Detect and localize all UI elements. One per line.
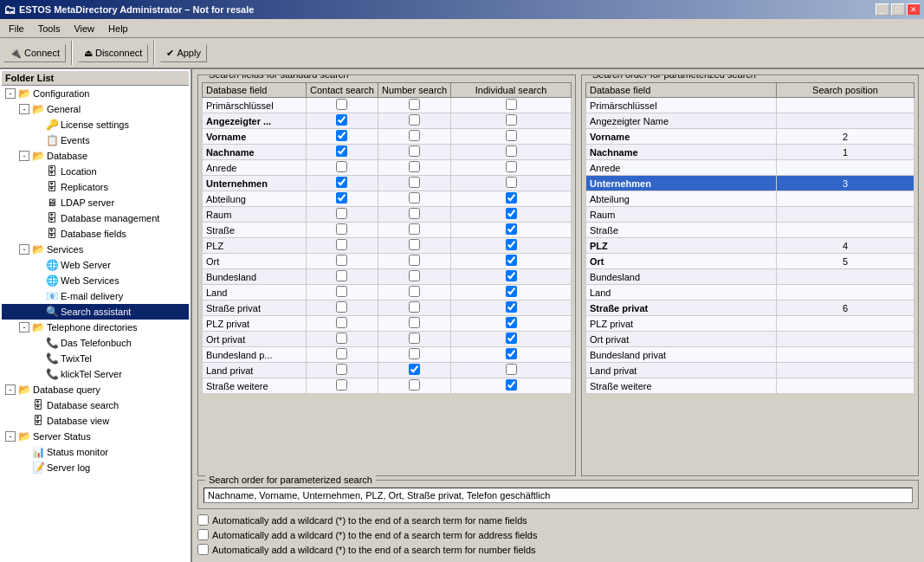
field-checkbox[interactable] — [336, 192, 347, 203]
field-checkbox[interactable] — [506, 223, 517, 235]
field-checkbox[interactable] — [336, 348, 347, 359]
search-order-row[interactable]: Ort privat — [586, 332, 914, 347]
search-order-row[interactable]: Land — [586, 285, 914, 300]
field-checkbox[interactable] — [506, 333, 517, 344]
search-order-row[interactable]: Straße privat6 — [586, 300, 914, 316]
tree-item-dbfields[interactable]: 🗄Database fields — [2, 226, 189, 242]
search-order-row[interactable]: Nachname1 — [586, 145, 914, 160]
field-checkbox[interactable] — [409, 348, 420, 359]
field-checkbox[interactable] — [409, 177, 420, 188]
menu-file[interactable]: File — [2, 22, 31, 36]
tree-expand-dbquery[interactable]: - — [5, 384, 16, 395]
search-field-row[interactable]: Straße weitere — [203, 378, 572, 394]
search-field-row[interactable]: Straße privat — [203, 300, 572, 316]
wildcard-checkbox-cb1[interactable] — [197, 514, 209, 526]
search-order-row[interactable]: Primärschlüssel — [586, 98, 914, 113]
field-checkbox[interactable] — [336, 301, 347, 313]
search-field-row[interactable]: Abteilung — [203, 191, 572, 207]
window-controls[interactable]: _ □ ✕ — [876, 3, 921, 16]
field-checkbox[interactable] — [506, 379, 517, 391]
search-order-row[interactable]: PLZ4 — [586, 238, 914, 254]
disconnect-button[interactable]: ⏏ Disconnect — [78, 44, 148, 62]
field-checkbox[interactable] — [506, 208, 517, 219]
menu-view[interactable]: View — [67, 22, 101, 36]
tree-item-events[interactable]: 📋Events — [2, 132, 189, 148]
field-checkbox[interactable] — [409, 208, 420, 219]
minimize-button[interactable]: _ — [876, 3, 889, 16]
tree-item-serverstatus[interactable]: -📂Server Status — [2, 429, 189, 444]
field-checkbox[interactable] — [409, 114, 420, 126]
field-checkbox[interactable] — [409, 192, 420, 203]
field-checkbox[interactable] — [409, 145, 420, 157]
tree-item-location[interactable]: 🗄Location — [2, 164, 189, 179]
search-order-row[interactable]: Bundesland privat — [586, 347, 914, 363]
search-field-row[interactable]: PLZ privat — [203, 316, 572, 332]
field-checkbox[interactable] — [506, 348, 517, 359]
search-order-row[interactable]: PLZ privat — [586, 316, 914, 332]
field-checkbox[interactable] — [506, 177, 517, 188]
search-order-row[interactable]: Angezeigter Name — [586, 113, 914, 129]
search-field-row[interactable]: Ort — [203, 254, 572, 269]
tree-expand-database[interactable]: - — [19, 151, 29, 161]
field-checkbox[interactable] — [336, 145, 347, 157]
field-checkbox[interactable] — [506, 192, 517, 203]
tree-item-database[interactable]: -📂Database — [2, 148, 189, 164]
tree-expand-configuration[interactable]: - — [5, 88, 16, 99]
search-order-row[interactable]: Anrede — [586, 160, 914, 176]
menu-tools[interactable]: Tools — [31, 22, 68, 36]
field-checkbox[interactable] — [506, 270, 517, 281]
field-checkbox[interactable] — [336, 286, 347, 297]
tree-item-email[interactable]: 📧E-mail delivery — [2, 288, 189, 304]
tree-item-searchasst[interactable]: 🔍Search assistant — [2, 304, 189, 320]
field-checkbox[interactable] — [409, 317, 420, 328]
apply-button[interactable]: ✔ Apply — [160, 44, 207, 62]
tree-item-twixtel[interactable]: 📞TwixTel — [2, 351, 189, 366]
search-field-row[interactable]: Primärschlüssel — [203, 98, 572, 113]
tree-item-webservices[interactable]: 🌐Web Services — [2, 273, 189, 288]
field-checkbox[interactable] — [506, 130, 517, 141]
search-field-row[interactable]: Straße — [203, 223, 572, 238]
field-checkbox[interactable] — [336, 177, 347, 188]
field-checkbox[interactable] — [336, 130, 347, 141]
search-order-row[interactable]: Abteilung — [586, 191, 914, 207]
field-checkbox[interactable] — [409, 161, 420, 172]
field-checkbox[interactable] — [506, 301, 517, 313]
search-field-row[interactable]: Ort privat — [203, 332, 572, 347]
field-checkbox[interactable] — [506, 99, 517, 110]
field-checkbox[interactable] — [336, 317, 347, 328]
field-checkbox[interactable] — [409, 364, 420, 375]
field-checkbox[interactable] — [506, 255, 517, 266]
tree-item-dbsearch[interactable]: 🗄Database search — [2, 397, 189, 413]
search-order-row[interactable]: Straße weitere — [586, 378, 914, 394]
tree-item-ldap[interactable]: 🖥LDAP server — [2, 195, 189, 210]
wildcard-checkbox-cb3[interactable] — [197, 544, 209, 555]
tree-expand-teldir[interactable]: - — [19, 322, 29, 333]
field-checkbox[interactable] — [409, 379, 420, 391]
search-order-table-scroll[interactable]: Database field Search position Primärsch… — [585, 82, 914, 472]
field-checkbox[interactable] — [506, 145, 517, 157]
tree-item-dbquery[interactable]: -📂Database query — [2, 382, 189, 397]
tree-item-webserver[interactable]: 🌐Web Server — [2, 257, 189, 273]
search-order-row[interactable]: Vorname2 — [586, 129, 914, 145]
search-order-row[interactable]: Raum — [586, 207, 914, 223]
field-checkbox[interactable] — [336, 99, 347, 110]
field-checkbox[interactable] — [336, 364, 347, 375]
search-field-row[interactable]: Vorname — [203, 129, 572, 145]
field-checkbox[interactable] — [409, 239, 420, 250]
search-order-row[interactable]: Straße — [586, 223, 914, 238]
search-field-row[interactable]: Raum — [203, 207, 572, 223]
tree-item-dbview[interactable]: 🗄Database view — [2, 413, 189, 429]
field-checkbox[interactable] — [409, 270, 420, 281]
tree-item-replicators[interactable]: 🗄Replicators — [2, 179, 189, 195]
tree-item-teldir[interactable]: -📂Telephone directories — [2, 320, 189, 335]
menu-help[interactable]: Help — [101, 22, 135, 36]
tree-item-general[interactable]: -📂General — [2, 101, 189, 117]
field-checkbox[interactable] — [336, 161, 347, 172]
field-checkbox[interactable] — [506, 364, 517, 375]
field-checkbox[interactable] — [336, 114, 347, 126]
search-field-row[interactable]: Bundesland — [203, 269, 572, 285]
field-checkbox[interactable] — [409, 255, 420, 266]
search-field-row[interactable]: Bundesland p... — [203, 347, 572, 363]
field-checkbox[interactable] — [409, 301, 420, 313]
search-field-row[interactable]: Nachname — [203, 145, 572, 160]
